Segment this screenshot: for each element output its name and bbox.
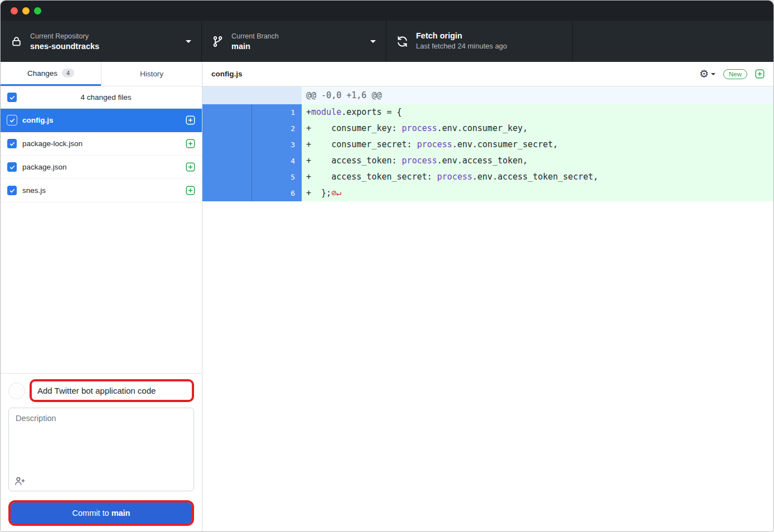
annotation-highlight-commit: Commit to main	[8, 500, 194, 526]
old-line-number	[202, 104, 252, 120]
file-added-icon	[186, 115, 195, 125]
file-checkbox[interactable]	[7, 115, 17, 125]
avatar	[8, 383, 25, 399]
description-box	[8, 408, 194, 491]
file-checkbox[interactable]	[7, 139, 17, 148]
file-row[interactable]: snes.js	[1, 179, 202, 202]
plus-square-icon	[755, 69, 765, 79]
diff-line-code: + consumer_key: process.env.consumer_key…	[302, 120, 773, 137]
tab-history[interactable]: History	[101, 62, 202, 86]
diff-line-code: + access_token_secret: process.env.acces…	[302, 169, 773, 185]
tab-history-label: History	[140, 70, 163, 78]
commit-summary-input[interactable]	[32, 381, 192, 400]
diff-lines: 1 +module.exports = { 2 + consumer_key: …	[202, 104, 773, 201]
file-name: snes.js	[22, 186, 180, 195]
file-checkbox[interactable]	[7, 186, 17, 195]
branch-label: Current Branch	[231, 32, 279, 40]
select-all-checkbox[interactable]	[7, 93, 17, 102]
new-line-number: 2	[252, 120, 302, 137]
file-row[interactable]: package-lock.json	[1, 132, 202, 156]
new-file-badge: New	[723, 69, 747, 79]
commit-area: Commit to main	[1, 373, 202, 531]
file-row[interactable]: config.js	[1, 109, 202, 132]
zoom-window-button[interactable]	[34, 7, 41, 14]
diff-line: 4 + access_token: process.env.access_tok…	[202, 153, 773, 169]
diff-actions: ⚙ New	[699, 69, 765, 79]
lock-icon	[11, 36, 22, 47]
gear-icon: ⚙	[699, 69, 709, 79]
file-added-icon	[186, 162, 195, 172]
diff-line: 2 + consumer_key: process.env.consumer_k…	[202, 120, 773, 137]
old-line-number	[202, 169, 252, 185]
diff-line-gutter[interactable]: 6	[202, 185, 302, 201]
file-checkbox[interactable]	[7, 162, 17, 172]
minimize-window-button[interactable]	[22, 7, 30, 14]
fetch-label: Fetch origin	[416, 31, 507, 40]
file-row[interactable]: package.json	[1, 156, 202, 179]
chevron-down-icon	[186, 40, 191, 43]
diff-options-button[interactable]: ⚙	[699, 69, 715, 79]
sidebar: Changes 4 History 4 changed files config…	[1, 62, 202, 531]
fetch-origin-button[interactable]: Fetch origin Last fetched 24 minutes ago	[386, 21, 573, 62]
repository-label: Current Repository	[30, 32, 99, 40]
tab-changes-label: Changes	[27, 69, 57, 78]
new-line-number: 1	[252, 104, 302, 120]
main-content: Changes 4 History 4 changed files config…	[1, 62, 773, 531]
diff-line-gutter[interactable]: 1	[202, 104, 302, 120]
current-repository-dropdown[interactable]: Current Repository snes-soundtracks	[1, 21, 202, 62]
repository-name: snes-soundtracks	[30, 42, 99, 51]
sidebar-tabs: Changes 4 History	[1, 62, 202, 86]
titlebar	[1, 1, 773, 21]
chevron-down-icon	[711, 73, 715, 75]
fetch-text: Fetch origin Last fetched 24 minutes ago	[416, 31, 507, 52]
tab-changes[interactable]: Changes 4	[1, 62, 101, 86]
diff-line-code: +module.exports = {	[302, 104, 773, 120]
add-coauthor-icon[interactable]	[14, 476, 26, 486]
current-branch-dropdown[interactable]: Current Branch main	[202, 21, 386, 62]
diff-line: 1 +module.exports = {	[202, 104, 773, 120]
changed-files-header: 4 changed files	[1, 86, 202, 109]
sync-icon	[396, 36, 408, 47]
diff-line-code: + consumer_secret: process.env.consumer_…	[302, 137, 773, 153]
old-line-number	[202, 137, 252, 153]
old-line-number	[202, 185, 252, 201]
new-line-number: 4	[252, 153, 302, 169]
diff-line-gutter[interactable]: 5	[202, 169, 302, 185]
hunk-header-text: @@ -0,0 +1,6 @@	[302, 86, 773, 104]
hunk-header-row: @@ -0,0 +1,6 @@	[202, 86, 773, 104]
old-line-number	[202, 120, 252, 137]
diff-file-name: config.js	[211, 70, 699, 78]
diff-line-gutter[interactable]: 3	[202, 137, 302, 153]
close-window-button[interactable]	[11, 7, 18, 14]
hunk-gutter	[202, 86, 302, 104]
chevron-down-icon	[370, 40, 376, 43]
changed-files-count: 4 changed files	[17, 93, 195, 101]
diff-body: @@ -0,0 +1,6 @@ 1 +module.exports = { 2 …	[202, 86, 773, 531]
annotation-highlight-summary	[30, 379, 194, 402]
new-line-number: 6	[252, 185, 302, 201]
file-list: config.js package-lock.json package.json	[1, 109, 202, 373]
commit-description-input[interactable]	[9, 408, 194, 491]
diff-line-gutter[interactable]: 4	[202, 153, 302, 169]
fetch-sublabel: Last fetched 24 minutes ago	[416, 42, 507, 50]
git-branch-icon	[212, 36, 224, 47]
diff-line-code: + access_token: process.env.access_token…	[302, 153, 773, 169]
file-name: package.json	[22, 163, 180, 171]
file-name: config.js	[22, 116, 180, 124]
app-window: Current Repository snes-soundtracks Curr…	[0, 0, 774, 532]
diff-line-code: + };⊘↵	[302, 185, 773, 201]
diff-line-gutter[interactable]: 2	[202, 120, 302, 137]
file-name: package-lock.json	[22, 139, 180, 148]
branch-text: Current Branch main	[231, 32, 279, 51]
diff-pane: config.js ⚙ New	[202, 62, 773, 531]
diff-line: 5 + access_token_secret: process.env.acc…	[202, 169, 773, 185]
repository-text: Current Repository snes-soundtracks	[30, 32, 99, 51]
new-line-number: 5	[252, 169, 302, 185]
file-added-icon	[186, 186, 195, 195]
summary-row	[8, 379, 194, 402]
commit-button[interactable]: Commit to main	[11, 502, 192, 524]
branch-name: main	[231, 42, 279, 51]
changes-count-badge: 4	[62, 69, 74, 78]
diff-line: 3 + consumer_secret: process.env.consume…	[202, 137, 773, 153]
diff-header: config.js ⚙ New	[202, 62, 773, 86]
